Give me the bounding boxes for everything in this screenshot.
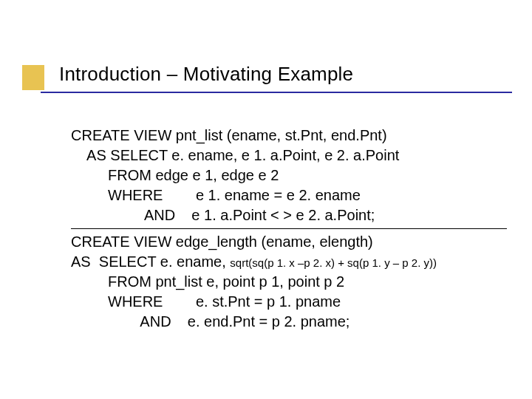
divider-line xyxy=(71,228,507,229)
code-line: FROM pnt_list e, point p 1, point p 2 xyxy=(71,272,514,292)
code-line: WHERE e. st.Pnt = p 1. pname xyxy=(71,292,514,312)
code-line: AND e. end.Pnt = p 2. pname; xyxy=(71,312,514,332)
code-line: WHERE e 1. ename = e 2. ename xyxy=(71,185,514,205)
sql-body: CREATE VIEW pnt_list (ename, st.Pnt, end… xyxy=(71,126,514,332)
code-line-prefix: AS SELECT e. ename, xyxy=(71,253,230,270)
code-line: CREATE VIEW edge_length (ename, elength) xyxy=(71,232,514,252)
title-underline xyxy=(41,92,512,93)
code-line: CREATE VIEW pnt_list (ename, st.Pnt, end… xyxy=(71,126,514,146)
code-line-expr: sqrt(sq(p 1. x –p 2. x) + sq(p 1. y – p … xyxy=(230,256,437,269)
code-line: AS SELECT e. ename, e 1. a.Point, e 2. a… xyxy=(71,146,514,166)
slide-title: Introduction – Motivating Example xyxy=(59,64,502,92)
code-line: AND e 1. a.Point < > e 2. a.Point; xyxy=(71,205,514,225)
title-accent-block xyxy=(22,65,44,90)
title-area: Introduction – Motivating Example xyxy=(59,64,502,92)
slide: Introduction – Motivating Example CREATE… xyxy=(0,0,532,399)
code-line: AS SELECT e. ename, sqrt(sq(p 1. x –p 2.… xyxy=(71,252,514,272)
code-line: FROM edge e 1, edge e 2 xyxy=(71,166,514,185)
